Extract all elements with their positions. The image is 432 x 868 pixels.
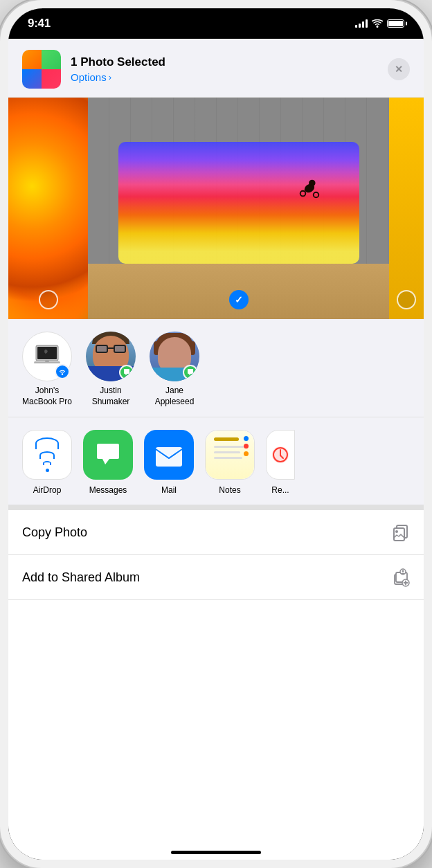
share-close-button[interactable]: ✕	[388, 58, 410, 80]
app-item-mail[interactable]: Mail	[144, 430, 194, 495]
macbook-avatar	[22, 332, 72, 381]
person-name-justin: Justin Shumaker	[92, 386, 130, 407]
app-item-reminders[interactable]: Re...	[266, 430, 295, 495]
app-item-messages[interactable]: Messages	[83, 430, 133, 495]
svg-rect-10	[156, 447, 182, 467]
svg-point-2	[309, 180, 316, 187]
app-label-airdrop: AirDrop	[33, 485, 62, 495]
share-bottom: John's MacBook Pro	[8, 319, 424, 600]
photo-left[interactable]	[8, 98, 88, 319]
battery-icon	[387, 19, 404, 28]
photo-select-circle-right[interactable]	[397, 290, 416, 309]
photo-select-circle-left[interactable]	[39, 290, 58, 309]
airdrop-target-jane[interactable]: Jane Appleseed	[150, 332, 199, 407]
share-info: 1 Photo Selected Options ›	[71, 55, 378, 83]
svg-rect-8	[45, 361, 49, 362]
share-header: 1 Photo Selected Options › ✕	[8, 39, 424, 98]
svg-point-9	[62, 374, 63, 375]
jane-avatar	[150, 332, 199, 381]
messages-badge-justin	[119, 365, 134, 380]
airdrop-app-icon	[22, 430, 72, 480]
notes-app-icon	[205, 430, 255, 480]
mail-icon-svg	[152, 437, 186, 472]
svg-point-0	[377, 26, 379, 28]
content-area: 1 Photo Selected Options › ✕	[8, 39, 424, 860]
phone-inner: 9:41	[8, 8, 424, 860]
photo-right[interactable]	[389, 98, 424, 319]
share-thumbnail	[22, 50, 61, 89]
screen: 9:41	[8, 8, 424, 860]
airdrop-badge-icon	[55, 364, 70, 379]
status-time: 9:41	[28, 17, 51, 30]
app-item-notes[interactable]: Notes	[205, 430, 255, 495]
action-add-shared-album[interactable]: Add to Shared Album	[8, 555, 424, 600]
wifi-icon	[372, 19, 383, 28]
add-shared-album-label: Add to Shared Album	[22, 570, 140, 585]
status-icons	[355, 19, 404, 28]
share-options-button[interactable]: Options ›	[71, 71, 378, 83]
add-shared-album-icon	[390, 568, 410, 587]
airdrop-target-justin[interactable]: Justin Shumaker	[86, 332, 136, 407]
phone-frame: 9:41	[0, 0, 432, 868]
svg-rect-6	[37, 347, 57, 359]
notch	[164, 8, 268, 29]
app-label-messages: Messages	[89, 485, 127, 495]
svg-rect-16	[394, 528, 404, 541]
app-label-notes: Notes	[219, 485, 240, 495]
people-row: John's MacBook Pro	[8, 319, 424, 417]
mail-app-icon	[144, 430, 194, 480]
svg-rect-7	[34, 362, 60, 363]
photo-center[interactable]: ✓	[88, 98, 389, 319]
messages-icon-svg	[93, 440, 123, 470]
reminders-app-icon	[266, 430, 295, 480]
svg-point-21	[402, 570, 404, 572]
app-label-reminders: Re...	[271, 485, 289, 495]
svg-point-17	[395, 530, 398, 533]
messages-badge-jane	[183, 365, 198, 380]
share-title: 1 Photo Selected	[71, 55, 378, 69]
yellow-photo	[389, 98, 424, 319]
home-indicator[interactable]	[171, 851, 261, 854]
copy-photo-label: Copy Photo	[22, 525, 87, 540]
svg-point-3	[300, 191, 306, 197]
flower-photo	[8, 98, 88, 319]
person-name-jane: Jane Appleseed	[155, 386, 195, 407]
photo-strip: ✓	[8, 98, 424, 319]
checkmark-icon: ✓	[235, 294, 243, 305]
biker-silhouette	[296, 175, 323, 201]
action-copy-photo[interactable]: Copy Photo	[8, 510, 424, 555]
airdrop-target-macbook[interactable]: John's MacBook Pro	[22, 332, 72, 407]
photo-select-circle-center[interactable]: ✓	[229, 290, 249, 309]
copy-photo-icon	[390, 523, 410, 542]
app-item-airdrop[interactable]: AirDrop	[22, 430, 72, 495]
person-name-macbook: John's MacBook Pro	[22, 386, 72, 407]
app-label-mail: Mail	[161, 485, 177, 495]
justin-avatar	[86, 332, 136, 381]
signal-icon	[355, 19, 368, 28]
svg-point-4	[314, 192, 319, 198]
close-icon: ✕	[395, 64, 403, 74]
messages-app-icon	[83, 430, 133, 480]
apps-row: AirDrop Messages	[8, 417, 424, 510]
graffiti-photo	[88, 98, 389, 319]
